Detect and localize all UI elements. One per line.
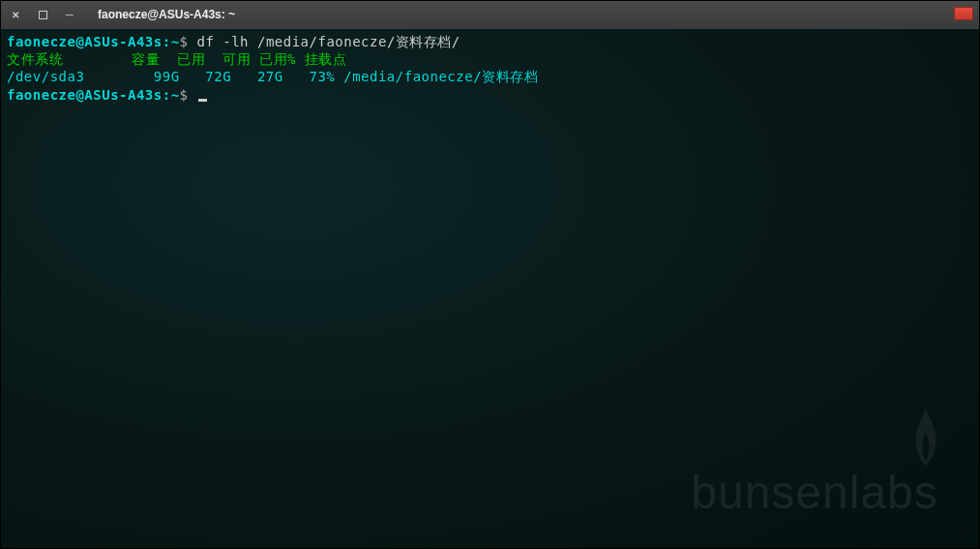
terminal-body[interactable]: faonecze@ASUs-A43s:~$ df -lh /media/faon… xyxy=(1,28,979,548)
cursor xyxy=(198,99,207,102)
output-header: 文件系统 容量 已用 可用 已用% 挂载点 xyxy=(7,50,973,68)
minimize-icon[interactable] xyxy=(63,8,76,21)
maximize-icon[interactable] xyxy=(36,8,49,21)
terminal-window: faonecze@ASUs-A43s: ~ faonecze@ASUs-A43s… xyxy=(0,0,980,549)
output-data-row: /dev/sda3 99G 72G 27G 73% /media/faonecz… xyxy=(7,68,973,85)
flame-icon xyxy=(902,403,950,471)
close-button-red[interactable] xyxy=(954,7,973,20)
watermark-text: bunsenlabs xyxy=(691,466,938,519)
window-title: faonecze@ASUs-A43s: ~ xyxy=(98,8,235,21)
window-titlebar[interactable]: faonecze@ASUs-A43s: ~ xyxy=(1,1,979,28)
close-icon[interactable] xyxy=(9,8,22,21)
bunsenlabs-watermark: bunsenlabs xyxy=(679,403,950,519)
prompt-line-2: faonecze@ASUs-A43s:~$ xyxy=(7,86,973,104)
prompt-line-1: faonecze@ASUs-A43s:~$ df -lh /media/faon… xyxy=(7,33,973,50)
prompt-user-host: faonecze@ASUs-A43s xyxy=(7,34,163,49)
prompt-path: ~ xyxy=(171,34,180,49)
window-controls-left xyxy=(9,8,76,21)
command-text: df -lh /media/faonecze/资料存档/ xyxy=(196,34,460,49)
